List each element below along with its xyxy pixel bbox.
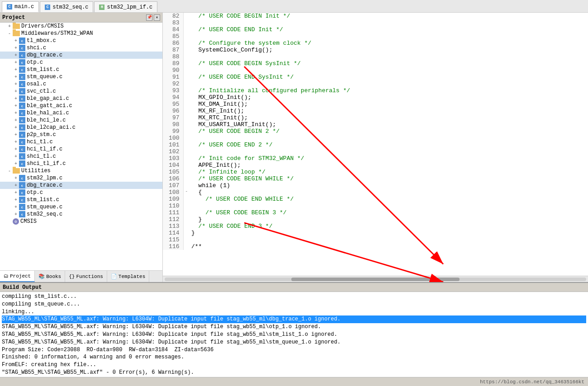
line-expand[interactable] <box>183 230 190 236</box>
line-expand[interactable] <box>183 74 190 80</box>
expand-icon[interactable]: + <box>13 103 19 109</box>
line-expand[interactable] <box>183 87 190 94</box>
expand-icon[interactable]: + <box>13 146 19 152</box>
tree-item[interactable]: ⚙CMSIS <box>0 218 162 225</box>
line-expand[interactable] <box>183 67 190 74</box>
expand-icon[interactable]: + <box>13 45 19 51</box>
tree-item[interactable]: +cp2p_stm.c <box>0 131 162 138</box>
tree-item[interactable]: +cdbg_trace.c <box>0 182 162 189</box>
tree-item[interactable]: +cble_l2cap_aci.c <box>0 124 162 131</box>
line-expand[interactable] <box>183 135 190 141</box>
build-output-content[interactable]: compiling stm_list.c...compiling stm_que… <box>0 292 588 377</box>
expand-icon[interactable]: + <box>13 59 19 66</box>
line-expand[interactable] <box>183 236 190 243</box>
expand-icon[interactable]: + <box>13 117 19 123</box>
tree-item[interactable]: +cstm_queue.c <box>0 203 162 211</box>
line-expand[interactable] <box>183 60 190 67</box>
expand-icon[interactable] <box>6 218 13 225</box>
tree-item[interactable]: +cotp.c <box>0 59 162 66</box>
line-expand[interactable] <box>183 223 190 230</box>
tree-item[interactable]: +cshci_tl.c <box>0 153 162 160</box>
tree-item[interactable]: +cshci.c <box>0 44 162 52</box>
line-expand[interactable] <box>183 19 190 26</box>
line-expand[interactable] <box>183 94 190 101</box>
line-expand[interactable] <box>183 169 190 175</box>
line-expand[interactable] <box>183 148 190 155</box>
expand-icon[interactable]: + <box>13 175 19 181</box>
line-expand[interactable] <box>183 202 190 209</box>
expand-icon[interactable]: + <box>13 197 19 203</box>
line-expand[interactable] <box>183 196 190 202</box>
expand-icon[interactable]: + <box>13 182 19 188</box>
code-editor[interactable]: 82 /* USER CODE BEGIN Init */8384 /* USE… <box>163 13 588 276</box>
left-tab-templates[interactable]: 📄 Templates <box>107 271 149 282</box>
tree-item[interactable]: +csvc_ctl.c <box>0 88 162 95</box>
expand-icon[interactable]: + <box>13 110 19 116</box>
expand-icon[interactable]: + <box>13 211 19 217</box>
tree-item[interactable]: +cstm_list.c <box>0 66 162 73</box>
expand-icon[interactable]: + <box>13 160 19 167</box>
tree-item[interactable]: +cble_gatt_aci.c <box>0 102 162 109</box>
line-expand[interactable] <box>183 33 190 40</box>
line-expand[interactable] <box>183 26 190 33</box>
expand-icon[interactable]: + <box>13 52 19 58</box>
tree-item[interactable]: +cble_gap_aci.c <box>0 95 162 102</box>
tab-stm32-seq-c[interactable]: C stm32_seq.c <box>40 1 93 12</box>
tab-stm32-lpm-if[interactable]: H stm32_lpm_if.c <box>94 1 157 12</box>
tree-item[interactable]: +Drivers/CMSIS <box>0 23 162 30</box>
expand-icon[interactable]: + <box>13 95 19 102</box>
expand-icon[interactable]: + <box>13 74 19 80</box>
expand-icon[interactable]: + <box>13 132 19 138</box>
tree-item[interactable]: +cble_hal_aci.c <box>0 109 162 117</box>
tree-item[interactable]: -Utilities <box>0 167 162 174</box>
line-expand[interactable] <box>183 53 190 60</box>
tree-item[interactable]: +cotp.c <box>0 189 162 196</box>
line-expand[interactable] <box>183 243 190 250</box>
expand-icon[interactable]: + <box>13 124 19 131</box>
tree-item[interactable]: +cstm_list.c <box>0 196 162 203</box>
line-expand[interactable] <box>183 182 190 189</box>
expand-icon[interactable]: + <box>13 38 19 44</box>
expand-icon[interactable]: + <box>13 204 19 210</box>
scrollbar-thumb[interactable] <box>291 278 460 281</box>
expand-icon[interactable]: + <box>13 66 19 73</box>
code-scrollbar[interactable] <box>163 276 588 282</box>
line-expand[interactable] <box>183 121 190 128</box>
tree-item[interactable]: -Middlewares/STM32_WPAN <box>0 30 162 37</box>
expand-icon[interactable]: + <box>6 23 13 29</box>
scrollbar-track[interactable] <box>165 278 586 281</box>
pin-icon[interactable]: 📌 <box>146 14 152 21</box>
tree-item[interactable]: +cstm32_seq.c <box>0 211 162 218</box>
expand-icon[interactable]: + <box>13 88 19 94</box>
tree-item[interactable]: +chci_tl.c <box>0 138 162 146</box>
expand-icon[interactable]: + <box>13 81 19 87</box>
line-expand[interactable] <box>183 101 190 108</box>
line-expand[interactable] <box>183 108 190 114</box>
expand-icon[interactable]: + <box>13 139 19 145</box>
tree-item[interactable]: +cshci_tl_if.c <box>0 160 162 167</box>
line-expand[interactable] <box>183 80 190 87</box>
tree-item[interactable]: +chci_tl_if.c <box>0 146 162 153</box>
tree-item[interactable]: +cdbg_trace.c <box>0 52 162 59</box>
left-tab-functions[interactable]: {} Functions <box>65 271 107 282</box>
tree-item[interactable]: +cosal.c <box>0 80 162 88</box>
line-expand[interactable] <box>183 114 190 121</box>
line-expand[interactable] <box>183 175 190 182</box>
tree-item[interactable]: +cstm_queue.c <box>0 73 162 80</box>
left-tab-books[interactable]: 📚 Books <box>35 271 65 282</box>
line-expand[interactable] <box>183 209 190 216</box>
line-expand[interactable] <box>183 128 190 135</box>
line-expand[interactable] <box>183 141 190 148</box>
line-expand[interactable]: - <box>183 189 190 196</box>
line-expand[interactable] <box>183 162 190 169</box>
tab-main-c[interactable]: C main.c <box>2 1 39 12</box>
tree-item[interactable]: +cstm32_lpm.c <box>0 174 162 182</box>
line-expand[interactable] <box>183 216 190 223</box>
line-expand[interactable] <box>183 155 190 162</box>
line-expand[interactable] <box>183 47 190 53</box>
expand-icon[interactable]: - <box>6 30 13 37</box>
close-icon[interactable]: ✕ <box>154 14 160 21</box>
left-tab-project[interactable]: 🗂 Project <box>0 271 35 282</box>
expand-icon[interactable]: - <box>6 168 13 174</box>
tree-item[interactable]: +ctl_mbox.c <box>0 37 162 44</box>
